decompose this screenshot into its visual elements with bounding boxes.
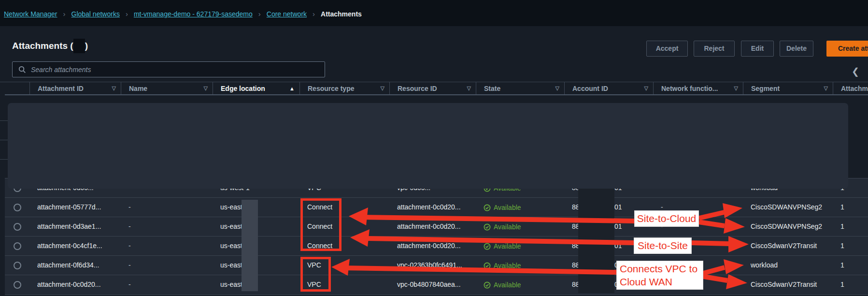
attachments-count-cell: 1 xyxy=(833,237,868,256)
site-to-cloud-label: Site-to-Cloud xyxy=(634,210,699,227)
sort-descending-icon: ▽ xyxy=(467,85,471,91)
header-account-id[interactable]: Account ID▽ xyxy=(564,82,653,94)
name-cell: - xyxy=(121,275,213,295)
table-row: attachment-0f6d34...-us-east-2VPCvpc-023… xyxy=(5,255,868,275)
resource-id-cell: attachment-0c0d20... xyxy=(389,217,476,237)
resource-id-cell: vpc-02363b0fc6491... xyxy=(389,256,476,275)
delete-button[interactable]: Delete xyxy=(780,41,813,57)
sort-descending-icon: ▽ xyxy=(112,85,116,91)
row-select-radio[interactable] xyxy=(5,275,29,295)
breadcrumb-separator-icon: › xyxy=(258,10,261,18)
header-attachment-id[interactable]: Attachment ID▽ xyxy=(29,82,121,94)
row-select-radio[interactable] xyxy=(5,256,29,275)
state-cell: Available xyxy=(476,275,564,295)
header-edge-location[interactable]: Edge location▲ xyxy=(213,82,299,94)
breadcrumb-separator-icon: › xyxy=(63,10,66,18)
site-to-site-label: Site-to-Site xyxy=(634,237,692,254)
name-cell: - xyxy=(121,217,213,237)
segment-cell: CiscoSdwanV2Transit xyxy=(743,275,833,295)
breadcrumb-separator-icon: › xyxy=(313,10,315,18)
name-cell: - xyxy=(121,256,213,275)
sort-descending-icon: ▽ xyxy=(381,85,384,91)
header-network-function-group[interactable]: Network functio...▽ xyxy=(653,82,743,94)
state-cell: Available xyxy=(476,237,564,256)
attachments-count-cell: 1 xyxy=(833,256,868,275)
redacted-count-box xyxy=(73,39,85,53)
attachment-id-cell: attachment-0c4cf1e... xyxy=(29,237,121,256)
connects-vpc-label: Connects VPC to Cloud WAN xyxy=(616,261,703,290)
breadcrumb: Network Manager › Global networks › mt-v… xyxy=(4,10,362,18)
name-cell: - xyxy=(121,198,213,217)
row-separator-stub xyxy=(0,140,8,140)
page-title: Attachments () xyxy=(12,39,88,53)
state-cell: Available xyxy=(476,217,564,237)
breadcrumb-global-network-id[interactable]: mt-vmanage-demo - 627179-sasedemo xyxy=(134,10,253,18)
table-header-row: Attachment ID▽ Name▽ Edge location▲ Reso… xyxy=(5,82,868,95)
vpc-highlight-box xyxy=(300,257,331,292)
search-box xyxy=(12,61,325,77)
state-cell: Available xyxy=(476,256,564,275)
row-separator-stub xyxy=(0,120,8,121)
attachments-count-cell: 1 xyxy=(833,217,868,237)
connect-highlight-box xyxy=(300,198,342,251)
attachment-id-cell: attachment-0d3ae1... xyxy=(29,217,121,237)
resource-id-cell: attachment-0c0d20... xyxy=(389,237,476,256)
resource-id-cell: vpc-0b4807840aea... xyxy=(389,275,476,295)
header-name[interactable]: Name▽ xyxy=(121,82,213,94)
breadcrumb-network-manager[interactable]: Network Manager xyxy=(4,10,57,18)
edit-button[interactable]: Edit xyxy=(741,41,774,57)
create-attachment-button[interactable]: Create attachment xyxy=(826,41,868,57)
state-cell: Available xyxy=(476,198,564,217)
header-resource-type[interactable]: Resource type▽ xyxy=(299,82,389,94)
reject-button[interactable]: Reject xyxy=(694,41,735,57)
redaction-strip-edge-location xyxy=(242,200,258,291)
name-cell: - xyxy=(121,237,213,256)
table-row: attachment-0d3ae1...-us-east-2Connectatt… xyxy=(5,217,868,237)
row-select-radio[interactable] xyxy=(5,237,29,256)
segment-cell: CiscoSdwanV2Transit xyxy=(743,237,833,256)
breadcrumb-bar: Network Manager › Global networks › mt-v… xyxy=(0,0,868,26)
table-row: attachment-0c0d20...-us-east-2VPCvpc-0b4… xyxy=(5,275,868,295)
attachment-id-cell: attachment-0c0d20... xyxy=(29,275,121,295)
attachment-id-cell: attachment-05777d... xyxy=(29,198,121,217)
sort-descending-icon: ▽ xyxy=(204,85,208,91)
accept-button[interactable]: Accept xyxy=(646,41,688,57)
table-row: attachment-0c4cf1e...-us-east-2Connectat… xyxy=(5,236,868,256)
table-row: attachment-05777d...-us-east-2Connectatt… xyxy=(5,197,868,217)
attachments-count-cell: 1 xyxy=(833,198,868,217)
sort-descending-icon: ▽ xyxy=(555,85,559,91)
redaction-strip-account-id xyxy=(578,189,614,293)
search-input[interactable] xyxy=(30,65,325,74)
redaction-overlay-panel xyxy=(8,103,848,189)
attachment-id-cell: attachment-0f6d34... xyxy=(29,256,121,275)
header-resource-id[interactable]: Resource ID▽ xyxy=(389,82,476,94)
segment-cell: CiscoSDWANVPNSeg2 xyxy=(743,198,833,217)
header-select-column xyxy=(5,82,29,94)
header-attachments[interactable]: Attachme xyxy=(833,82,868,94)
segment-cell: workload xyxy=(743,256,833,275)
network-manager-attachments-page: Network Manager › Global networks › mt-v… xyxy=(0,0,868,296)
attachments-count-cell: 1 xyxy=(833,275,868,295)
sort-descending-icon: ▽ xyxy=(824,85,828,91)
row-select-radio[interactable] xyxy=(5,217,29,237)
breadcrumb-core-network[interactable]: Core network xyxy=(267,10,307,18)
sort-descending-icon: ▽ xyxy=(644,85,648,91)
sort-descending-icon: ▽ xyxy=(734,85,738,91)
breadcrumb-attachments: Attachments xyxy=(321,10,362,18)
segment-cell: CiscoSDWANVPNSeg2 xyxy=(743,217,833,237)
breadcrumb-global-networks[interactable]: Global networks xyxy=(71,10,120,18)
resource-id-cell: attachment-0c0d20... xyxy=(389,198,476,217)
search-icon xyxy=(18,66,26,74)
collapse-panel-icon[interactable]: ❮ xyxy=(852,66,859,77)
header-state[interactable]: State▽ xyxy=(476,82,564,94)
breadcrumb-separator-icon: › xyxy=(126,10,128,18)
row-separator-stub xyxy=(0,159,8,160)
sort-ascending-icon: ▲ xyxy=(289,86,295,91)
header-segment[interactable]: Segment▽ xyxy=(743,82,833,94)
row-select-radio[interactable] xyxy=(5,198,29,217)
